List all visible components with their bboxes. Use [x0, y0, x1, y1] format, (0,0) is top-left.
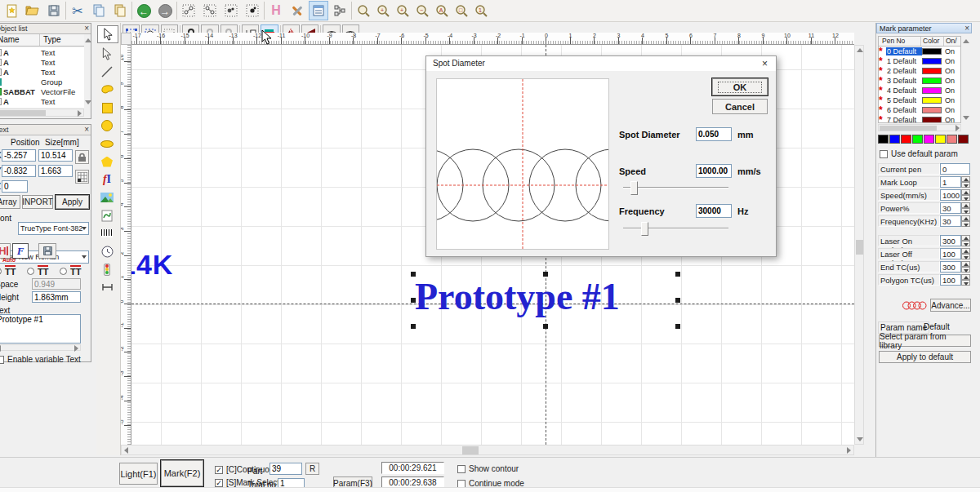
text-area-hscrollbar[interactable] — [0, 344, 81, 351]
apply-button[interactable]: Apply — [56, 195, 89, 209]
spinner-down-icon[interactable] — [961, 267, 970, 273]
ok-button[interactable]: OK — [712, 78, 768, 95]
scroll-right-icon[interactable] — [78, 110, 82, 117]
frequency-slider-thumb[interactable] — [641, 222, 648, 236]
close-icon[interactable]: × — [84, 125, 89, 134]
zoom-button-1[interactable] — [354, 1, 373, 20]
y-position-field[interactable] — [2, 165, 36, 177]
selection-handle[interactable] — [411, 324, 416, 329]
selection-handle[interactable] — [543, 324, 548, 329]
param-value-field[interactable]: 1000 — [940, 189, 961, 201]
curve-tool[interactable] — [96, 81, 118, 99]
column-header-type[interactable]: Type — [40, 34, 61, 46]
palette-color-swatch[interactable] — [889, 135, 900, 144]
zoom-button-3[interactable]: + — [393, 1, 412, 20]
input-port-tool[interactable] — [96, 278, 118, 296]
param-value-field[interactable]: 100 — [940, 274, 961, 286]
zoom-button-7[interactable]: 1 — [471, 1, 491, 20]
param-value-field[interactable]: 300 — [940, 235, 961, 246]
pen-row[interactable]: *1 DefaultOn — [879, 56, 960, 66]
spinner-up-icon[interactable] — [961, 248, 970, 254]
spinner-control[interactable] — [961, 235, 970, 246]
node-edit-tool[interactable] — [96, 45, 118, 63]
spinner-up-icon[interactable] — [961, 202, 970, 208]
scroll-right-icon[interactable] — [847, 447, 851, 454]
frequency-field[interactable] — [696, 204, 732, 218]
palette-color-swatch[interactable] — [901, 135, 911, 144]
continuous-checkbox[interactable]: [C]Continuous — [215, 465, 278, 474]
text-tool[interactable]: fI — [96, 171, 118, 188]
cut-button[interactable]: ✂ — [68, 1, 87, 20]
object-list-row[interactable]: SABBATVectorFile — [0, 86, 84, 96]
canvas-text-14k[interactable]: 14K — [131, 249, 173, 281]
copy-button[interactable] — [89, 1, 109, 20]
mark-parameter-title[interactable]: Mark parameter× — [876, 23, 972, 33]
node-fill-button-1[interactable] — [221, 1, 241, 20]
canvas-vscrollbar[interactable] — [854, 45, 864, 445]
scroll-right-icon[interactable] — [956, 125, 960, 131]
object-list-row[interactable]: AText — [0, 57, 84, 67]
spinner-up-icon[interactable] — [961, 189, 970, 195]
selection-handle[interactable] — [675, 324, 680, 329]
speed-field[interactable] — [696, 164, 732, 178]
advance-button[interactable]: Advance... — [930, 299, 971, 312]
array-button[interactable]: Array — [0, 195, 20, 209]
selection-handle[interactable] — [675, 272, 680, 277]
spinner-control[interactable] — [961, 274, 970, 286]
x-size-field[interactable] — [38, 149, 73, 162]
new-file-button[interactable] — [2, 1, 21, 20]
on-header[interactable]: On/ — [944, 37, 957, 46]
scroll-left-icon[interactable] — [124, 447, 128, 454]
object-list-row[interactable]: AText — [0, 47, 84, 57]
reset-part-button[interactable]: R — [305, 463, 319, 475]
object-list-row[interactable]: Group — [0, 77, 84, 86]
open-file-button[interactable] — [23, 1, 42, 20]
light-button[interactable]: Light(F1) — [119, 463, 158, 485]
spinner-up-icon[interactable] — [961, 274, 970, 280]
pen-no-header[interactable]: Pen No — [879, 37, 921, 46]
spinner-control[interactable] — [961, 248, 970, 259]
show-contour-checkbox[interactable]: Show contour — [457, 464, 519, 473]
z-position-field[interactable] — [2, 180, 28, 193]
dialog-title-bar[interactable]: Spot Diameter× — [426, 56, 776, 71]
text-panel-title[interactable]: Text× — [0, 125, 91, 135]
text-content-area[interactable]: Prototype #1 — [0, 314, 81, 344]
spinner-down-icon[interactable] — [961, 221, 970, 227]
inport-button[interactable]: INPORT — [22, 195, 53, 209]
canvas-hscrollbar[interactable] — [121, 445, 854, 455]
scroll-down-icon[interactable] — [85, 100, 91, 104]
pen-row[interactable]: *0 DefaultOn — [879, 47, 960, 56]
save-font-button[interactable] — [38, 243, 56, 259]
part-count-field[interactable] — [270, 463, 302, 475]
scroll-left-icon[interactable] — [0, 345, 1, 352]
speed-slider-thumb[interactable] — [630, 181, 638, 195]
spinner-up-icon[interactable] — [961, 235, 970, 241]
spinner-control[interactable] — [961, 202, 970, 214]
undo-button[interactable]: ← — [134, 1, 154, 20]
height-field[interactable] — [32, 291, 81, 303]
apply-to-default-button[interactable]: Apply to default — [879, 351, 971, 363]
param-value-field[interactable]: 30 — [940, 215, 961, 227]
object-list-hscrollbar[interactable] — [0, 109, 84, 117]
spinner-down-icon[interactable] — [961, 182, 970, 188]
close-icon[interactable]: × — [762, 58, 768, 69]
zoom-button-5[interactable]: A — [432, 1, 452, 20]
polygon-tool[interactable] — [96, 153, 118, 171]
spinner-up-icon[interactable] — [961, 176, 970, 182]
mark-button[interactable]: Mark(F2) — [161, 460, 203, 486]
char-mode-radio-2[interactable]: TT — [27, 265, 48, 277]
scroll-down-icon[interactable] — [857, 437, 863, 441]
save-button[interactable] — [44, 1, 64, 20]
ellipse-tool[interactable] — [96, 135, 118, 153]
cancel-button[interactable]: Cancel — [712, 99, 768, 114]
pen-row[interactable]: *4 DefaultOn — [879, 86, 960, 95]
pen-row[interactable]: *2 DefaultOn — [879, 66, 960, 76]
param-value-field[interactable]: 1 — [940, 176, 961, 188]
param-name-value[interactable]: Default — [924, 322, 950, 331]
zoom-button-6[interactable]: □ — [452, 1, 471, 20]
close-icon[interactable]: × — [964, 24, 969, 33]
param-value-field[interactable]: 0 — [940, 163, 970, 175]
pen-row[interactable]: *7 DefaultOn — [879, 115, 960, 123]
column-header-name[interactable]: Name — [0, 34, 40, 46]
redo-button[interactable]: → — [155, 1, 175, 20]
